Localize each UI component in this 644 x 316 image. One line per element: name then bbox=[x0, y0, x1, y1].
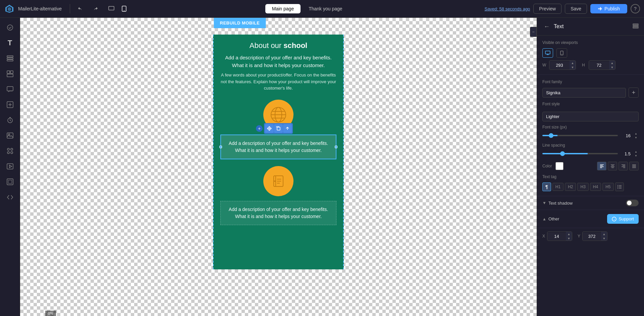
line-spacing-slider[interactable] bbox=[542, 153, 618, 154]
panel-back-button[interactable]: ← bbox=[542, 22, 551, 32]
tag-h3-button[interactable]: H3 bbox=[577, 183, 588, 191]
align-center-button[interactable] bbox=[608, 162, 617, 170]
svg-rect-10 bbox=[7, 58, 13, 59]
thank-you-page-tab[interactable]: Thank you page bbox=[302, 4, 349, 13]
y-increment-button[interactable]: ▲ bbox=[601, 232, 607, 236]
saved-indicator[interactable]: Saved: 58 seconds ago bbox=[484, 6, 530, 11]
viewport-buttons bbox=[106, 3, 130, 14]
tag-p-button[interactable]: ¶ bbox=[542, 182, 551, 191]
other-expand-button[interactable]: ▲ bbox=[542, 217, 546, 221]
sidebar-icon-components[interactable] bbox=[3, 144, 17, 158]
tag-h1-button[interactable]: H1 bbox=[552, 183, 564, 191]
publish-button[interactable]: Publish bbox=[590, 4, 627, 13]
height-decrement-button[interactable]: ▼ bbox=[609, 65, 615, 69]
text-tag-section-label: Text tag bbox=[542, 174, 639, 179]
desktop-view-button[interactable] bbox=[106, 3, 117, 14]
font-family-section: Font family Signika + Font style Lighter… bbox=[537, 75, 644, 196]
align-right-button[interactable] bbox=[619, 162, 628, 170]
y-label: Y bbox=[578, 234, 580, 239]
text-block-2[interactable]: Add a description of your offer and key … bbox=[220, 201, 336, 225]
line-spacing-control: 1.5 ▲ ▼ bbox=[542, 150, 639, 158]
line-spacing-decrement-button[interactable]: ▼ bbox=[633, 154, 639, 158]
width-input[interactable] bbox=[549, 61, 570, 69]
panel-collapse-button[interactable]: − bbox=[530, 27, 537, 37]
move-button[interactable] bbox=[265, 124, 274, 133]
text-shadow-toggle[interactable] bbox=[626, 200, 639, 206]
align-justify-button[interactable] bbox=[629, 162, 639, 170]
svg-point-23 bbox=[11, 152, 13, 154]
font-size-slider[interactable] bbox=[542, 135, 618, 136]
sidebar-icon-timer[interactable] bbox=[3, 113, 17, 127]
tag-h4-button[interactable]: H4 bbox=[590, 183, 601, 191]
add-element-button[interactable]: + bbox=[256, 125, 263, 132]
resize-handle-left[interactable] bbox=[219, 146, 222, 148]
height-increment-button[interactable]: ▲ bbox=[609, 61, 615, 65]
x-decrement-button[interactable]: ▼ bbox=[566, 236, 572, 241]
text-shadow-expand-button[interactable]: ▼ bbox=[542, 201, 546, 205]
line-spacing-value: 1.5 bbox=[621, 151, 631, 156]
mobile-viewport-toggle[interactable] bbox=[556, 48, 567, 58]
help-button[interactable]: ? bbox=[631, 4, 640, 13]
sidebar-icon-logo[interactable] bbox=[3, 20, 17, 35]
color-swatch[interactable] bbox=[555, 162, 564, 170]
text-block-1[interactable]: + Add a bbox=[220, 135, 336, 159]
text-shadow-section: ▼ Text shadow bbox=[537, 196, 644, 210]
more-options-button[interactable] bbox=[283, 124, 292, 133]
sidebar-icon-image[interactable] bbox=[3, 128, 17, 143]
x-input[interactable] bbox=[547, 232, 566, 240]
font-size-row: Font size (px) bbox=[542, 125, 639, 129]
add-font-button[interactable]: + bbox=[629, 88, 639, 98]
width-decrement-button[interactable]: ▼ bbox=[570, 65, 576, 69]
canvas-area[interactable]: REBUILD MOBILE About our school Add a de… bbox=[20, 18, 537, 316]
y-decrement-button[interactable]: ▼ bbox=[601, 236, 607, 241]
support-button[interactable]: Support bbox=[607, 214, 639, 224]
sidebar-icon-comment[interactable] bbox=[3, 82, 17, 96]
redo-button[interactable] bbox=[90, 3, 101, 14]
zoom-indicator: 0% bbox=[45, 311, 56, 316]
main-page-tab[interactable]: Main page bbox=[265, 4, 301, 13]
sidebar-icon-frame[interactable] bbox=[3, 175, 17, 189]
svg-rect-7 bbox=[598, 8, 601, 9]
sidebar-icon-rows[interactable] bbox=[3, 51, 17, 65]
copy-button[interactable] bbox=[274, 124, 283, 133]
svg-rect-39 bbox=[545, 51, 550, 54]
x-label: X bbox=[542, 234, 545, 239]
resize-handle-right[interactable] bbox=[335, 146, 337, 148]
desktop-viewport-toggle[interactable] bbox=[542, 48, 553, 58]
preview-button[interactable]: Preview bbox=[533, 4, 561, 14]
font-family-select[interactable]: Signika bbox=[542, 88, 626, 98]
svg-rect-37 bbox=[633, 25, 638, 27]
sidebar-icon-shape[interactable] bbox=[3, 98, 17, 112]
font-style-select[interactable]: Lighter bbox=[542, 112, 639, 121]
sidebar-icon-layout[interactable] bbox=[3, 67, 17, 81]
x-spinner: ▲ ▼ bbox=[566, 232, 572, 241]
svg-rect-11 bbox=[7, 60, 13, 61]
svg-marker-25 bbox=[9, 165, 12, 168]
width-increment-button[interactable]: ▲ bbox=[570, 61, 576, 65]
heading-bold: school bbox=[283, 41, 307, 50]
panel-layers-button[interactable] bbox=[633, 23, 639, 30]
line-spacing-increment-button[interactable]: ▲ bbox=[633, 150, 639, 154]
font-size-value: 16 bbox=[621, 133, 631, 138]
svg-point-20 bbox=[7, 148, 9, 150]
rebuild-mobile-button[interactable]: REBUILD MOBILE bbox=[214, 18, 266, 28]
left-sidebar: T bbox=[0, 18, 20, 316]
align-left-button[interactable] bbox=[597, 162, 606, 170]
undo-button[interactable] bbox=[75, 3, 86, 14]
svg-point-58 bbox=[617, 185, 618, 186]
sidebar-icon-video[interactable] bbox=[3, 159, 17, 173]
font-size-increment-button[interactable]: ▲ bbox=[633, 131, 639, 136]
mobile-view-button[interactable] bbox=[118, 3, 130, 14]
font-size-decrement-button[interactable]: ▼ bbox=[633, 136, 639, 140]
tag-h2-button[interactable]: H2 bbox=[565, 183, 576, 191]
height-input[interactable] bbox=[589, 61, 609, 69]
mobile-frame[interactable]: About our school Add a description of yo… bbox=[213, 35, 344, 269]
tag-h5-button[interactable]: H5 bbox=[602, 183, 613, 191]
save-button[interactable]: Save bbox=[565, 4, 587, 14]
y-input[interactable] bbox=[583, 232, 601, 240]
tag-list-button[interactable] bbox=[615, 182, 624, 191]
font-family-label: Font family bbox=[542, 80, 639, 84]
sidebar-icon-text[interactable]: T bbox=[3, 36, 17, 50]
x-increment-button[interactable]: ▲ bbox=[566, 232, 572, 236]
sidebar-icon-code[interactable] bbox=[3, 190, 17, 204]
